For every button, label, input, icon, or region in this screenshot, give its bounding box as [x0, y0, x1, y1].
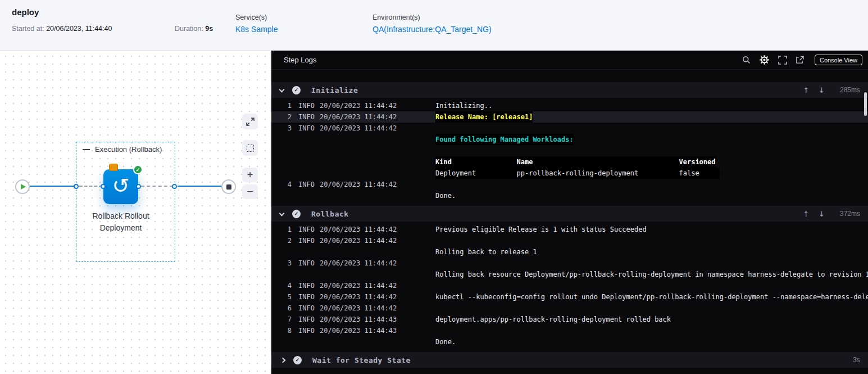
- settings-gear-icon[interactable]: [759, 55, 770, 65]
- log-line[interactable]: 4INFO20/06/2023 11:44:42: [271, 179, 868, 190]
- log-line[interactable]: Rolling back to release 1: [271, 246, 868, 258]
- expand-icon: [246, 118, 255, 126]
- log-line[interactable]: 4INFO20/06/2023 11:44:42: [271, 280, 868, 291]
- log-line[interactable]: 2INFO20/06/2023 11:44:42: [271, 235, 868, 246]
- log-section-title: Initialize: [311, 86, 358, 94]
- section-duration: 372ms: [834, 210, 860, 218]
- console-title: Step Logs: [284, 56, 317, 64]
- step-type-badge-icon: [109, 164, 118, 171]
- log-message: Deployment pp-rollback-rolling-deploymen…: [435, 168, 868, 179]
- scroll-to-bottom-icon[interactable]: ↓: [819, 86, 825, 94]
- log-line[interactable]: Rolling back resource Deployment/pp-roll…: [271, 269, 868, 280]
- edge-start-to-group: [30, 186, 75, 187]
- console-toolbar: Console View: [742, 55, 862, 65]
- execution-header: deploy Started at: 20/06/2023, 11:44:40 …: [0, 0, 868, 51]
- log-section-header-wait-for-steady-state[interactable]: ✓Wait for Steady State3s: [271, 352, 868, 368]
- execution-page: deploy Started at: 20/06/2023, 11:44:40 …: [0, 0, 868, 374]
- fullscreen-icon[interactable]: [778, 56, 787, 65]
- log-line[interactable]: 1INFO20/06/2023 11:44:42Initializing..: [271, 100, 868, 111]
- environments-label: Environment(s): [372, 13, 492, 21]
- environment-link[interactable]: QA(Infrastructure:QA_Target_NG): [372, 25, 492, 34]
- edge-group-to-step: [79, 186, 102, 187]
- log-message: Done.: [435, 336, 868, 348]
- duration-label: Duration:: [175, 25, 203, 33]
- log-section-header-rollback[interactable]: ✓Rollback↑↓372ms: [271, 206, 868, 222]
- chevron-right-icon: [280, 357, 286, 363]
- edge-step-to-group: [141, 186, 173, 187]
- log-section-rollback: ✓Rollback↑↓372ms1INFO20/06/2023 11:44:42…: [271, 206, 868, 348]
- pipeline-title: deploy: [12, 7, 39, 17]
- duration: Duration: 9s: [175, 25, 213, 33]
- connector-dot: [101, 184, 106, 189]
- fit-to-screen-button[interactable]: [242, 114, 258, 129]
- log-line[interactable]: 3INFO20/06/2023 11:44:42: [271, 123, 868, 134]
- section-header-right: ↑↓285ms: [803, 86, 860, 94]
- connector-dot: [172, 184, 177, 189]
- services-label: Service(s): [235, 13, 278, 21]
- log-message: Done.: [435, 190, 868, 201]
- log-line[interactable]: 6INFO20/06/2023 11:44:42: [271, 303, 868, 314]
- started-at: Started at: 20/06/2023, 11:44:40: [12, 25, 112, 33]
- log-line[interactable]: 7INFO20/06/2023 11:44:43deployment.apps/…: [271, 314, 868, 325]
- log-section-title: Rollback: [311, 210, 349, 218]
- log-line[interactable]: Done.: [271, 336, 868, 348]
- log-message: [435, 325, 868, 336]
- duration-value: 9s: [205, 25, 213, 33]
- log-message: Rolling back resource Deployment/pp-roll…: [435, 269, 868, 280]
- open-in-new-icon[interactable]: [796, 56, 804, 64]
- step-node-rollback[interactable]: ↺ ✓: [103, 169, 138, 204]
- section-header-right: 3s: [834, 356, 860, 364]
- scroll-to-top-icon[interactable]: ↑: [803, 210, 809, 218]
- check-circle-icon: ✓: [293, 356, 302, 364]
- pipeline-start-node[interactable]: [15, 179, 30, 194]
- marquee-icon: [247, 145, 254, 152]
- log-message: Initializing..: [435, 100, 868, 111]
- log-message: Kind Name Versioned: [435, 156, 868, 168]
- log-line[interactable]: Kind Name Versioned: [271, 156, 868, 168]
- execution-group-label: Execution (Rollback): [95, 145, 162, 154]
- log-line[interactable]: Done.: [271, 190, 868, 201]
- log-section-header-initialize[interactable]: ✓Initialize↑↓285ms: [271, 82, 868, 98]
- environments-column: Environment(s) QA(Infrastructure:QA_Targ…: [372, 13, 492, 34]
- zoom-in-button[interactable]: +: [242, 168, 258, 182]
- pipeline-canvas[interactable]: Execution (Rollback) ↺ ✓ Rollback Rollou…: [0, 51, 271, 374]
- connector-dot: [136, 184, 141, 189]
- search-icon[interactable]: [742, 56, 751, 64]
- collapse-group-icon[interactable]: [83, 149, 90, 150]
- services-column: Service(s) K8s Sample: [235, 13, 278, 34]
- pipeline-end-node[interactable]: [221, 179, 236, 194]
- section-duration: 3s: [834, 356, 860, 364]
- console-view-button[interactable]: Console View: [815, 55, 862, 65]
- log-message: [435, 258, 868, 269]
- log-section-initialize: ✓Initialize↑↓285ms1INFO20/06/2023 11:44:…: [271, 82, 868, 201]
- section-header-right: ↑↓372ms: [803, 210, 860, 218]
- log-line[interactable]: 3INFO20/06/2023 11:44:42: [271, 258, 868, 269]
- rollback-arrow-icon: ↺: [112, 175, 129, 196]
- section-duration: 285ms: [834, 86, 860, 94]
- log-line[interactable]: Deployment pp-rollback-rolling-deploymen…: [271, 168, 868, 179]
- play-icon: [21, 184, 26, 190]
- scrollbar-thumb[interactable]: [864, 92, 867, 116]
- scroll-to-top-icon[interactable]: ↑: [803, 86, 809, 94]
- log-line[interactable]: 5INFO20/06/2023 11:44:42kubectl --kubeco…: [271, 291, 868, 303]
- step-node-label: Rollback Rollout Deployment: [79, 210, 163, 234]
- connector-dot: [74, 184, 79, 189]
- log-line[interactable]: 8INFO20/06/2023 11:44:43: [271, 325, 868, 336]
- section-log-lines: 1INFO20/06/2023 11:44:42Initializing..2I…: [271, 100, 868, 201]
- log-line[interactable]: [271, 145, 868, 156]
- marquee-select-button[interactable]: [242, 140, 258, 156]
- log-message: [435, 303, 868, 314]
- log-message: Previous eligible Release is 1 with stat…: [435, 224, 868, 235]
- zoom-out-button[interactable]: −: [242, 184, 258, 199]
- log-line[interactable]: Found following Managed Workloads:: [271, 134, 868, 145]
- execution-group-header: Execution (Rollback): [83, 145, 162, 154]
- check-circle-icon: ✓: [292, 210, 301, 218]
- log-line[interactable]: 1INFO20/06/2023 11:44:42Previous eligibl…: [271, 224, 868, 235]
- log-line[interactable]: 2INFO20/06/2023 11:44:42Release Name: [r…: [271, 111, 868, 123]
- step-logs-panel: Step Logs: [271, 51, 868, 374]
- scroll-to-bottom-icon[interactable]: ↓: [819, 210, 825, 218]
- log-message: Rolling back to release 1: [435, 246, 868, 258]
- log-section-title: Wait for Steady State: [312, 356, 411, 364]
- service-link[interactable]: K8s Sample: [235, 25, 278, 34]
- log-message: [435, 179, 868, 190]
